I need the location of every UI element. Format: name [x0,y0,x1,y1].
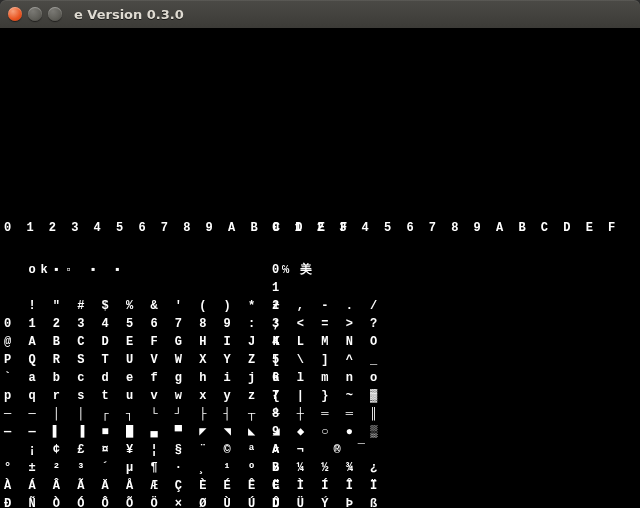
row-label: 0 [272,264,282,276]
client-area: 0 1 2 3 4 5 6 7 8 9 A B C D E F ok▪▫ ▪ ▪… [0,28,640,508]
close-icon[interactable] [8,7,22,21]
right-row: B [272,462,619,480]
window-title: e Version 0.3.0 [74,7,184,22]
row-label: 4 [272,336,282,348]
minimize-icon[interactable] [28,7,42,21]
maximize-icon[interactable] [48,7,62,21]
right-row: 2 [272,300,619,318]
row-label: D [272,498,282,508]
right-header: 0 1 2 3 4 5 6 7 8 9 A B C D E F [272,222,619,240]
row-label: 2 [272,300,282,312]
row-label: 8 [272,408,282,420]
row-label: 7 [272,390,282,402]
titlebar[interactable]: e Version 0.3.0 [0,0,640,28]
row-label: 1 [272,282,282,294]
right-row: A [272,444,619,462]
right-row: 9 [272,426,619,444]
row-label: 5 [272,354,282,366]
row-label: 3 [272,318,282,330]
right-char-table: 0 1 2 3 4 5 6 7 8 9 A B C D E F 0℅ 美1234… [272,198,619,508]
row-label: 9 [272,426,282,438]
right-row: 8 [272,408,619,426]
right-row: 3 [272,318,619,336]
row-label: C [272,480,282,492]
window-controls [8,7,62,21]
right-row: 0℅ 美 [272,264,619,282]
right-row: D [272,498,619,508]
row-label: B [272,462,282,474]
right-row: 5 [272,354,619,372]
row0-glyphs: ℅ 美 [282,263,314,277]
right-row: 4 [272,336,619,354]
row-label: 6 [272,372,282,384]
right-row: 1 [272,282,619,300]
right-row: C [272,480,619,498]
row-label: A [272,444,282,456]
right-row: 6 [272,372,619,390]
app-window: e Version 0.3.0 0 1 2 3 4 5 6 7 8 9 A B … [0,0,640,508]
right-row: 7 [272,390,619,408]
